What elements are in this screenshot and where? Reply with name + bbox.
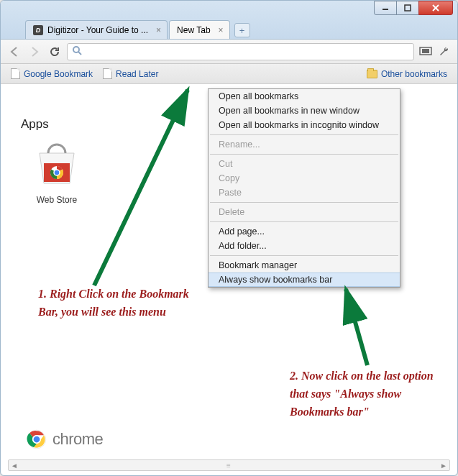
chrome-logo-text: chrome [52,430,103,449]
menu-paste: Paste [209,186,400,200]
close-button[interactable] [418,1,453,15]
bookmarks-bar[interactable]: Google Bookmark Read Later Other bookmar… [1,64,457,84]
browser-window: D Digitizor - Your Guide to ... × New Ta… [0,0,458,476]
tab-new-tab[interactable]: New Tab × [169,20,229,39]
tab-strip: D Digitizor - Your Guide to ... × New Ta… [25,17,250,39]
scroll-left-button[interactable]: ◄ [9,460,20,470]
menu-bookmark-manager[interactable]: Bookmark manager [209,258,400,273]
favicon-icon: D [33,25,43,35]
app-label: Web Store [21,195,93,205]
menu-separator [210,154,398,155]
menu-add-folder[interactable]: Add folder... [209,239,400,253]
svg-point-4 [73,47,79,52]
window-titlebar: D Digitizor - Your Guide to ... × New Ta… [1,1,457,40]
reload-button[interactable] [47,44,63,60]
tab-close-icon[interactable]: × [219,25,224,35]
menu-open-all[interactable]: Open all bookmarks [209,89,400,104]
page-icon [11,68,20,79]
tab-close-icon[interactable]: × [156,25,161,35]
bookmark-label: Other bookmarks [381,69,447,79]
bookmark-label: Google Bookmark [24,69,93,79]
annotation-2: 2. Now click on the last option that say… [290,367,448,421]
forward-button[interactable] [27,44,42,60]
menu-delete: Delete [209,205,400,219]
menu-separator [210,255,398,256]
toolbar [1,40,457,64]
menu-open-all-incognito[interactable]: Open all bookmarks in incognito window [209,118,400,132]
menu-separator [210,134,398,135]
menu-copy: Copy [209,171,400,186]
folder-icon [367,70,377,78]
maximize-button[interactable] [396,1,419,15]
other-bookmarks[interactable]: Other bookmarks [367,69,447,79]
chrome-icon [27,429,47,449]
svg-line-5 [78,52,81,55]
app-web-store[interactable]: Web Store [21,142,93,205]
svg-rect-7 [422,49,429,53]
bookmark-read-later[interactable]: Read Later [103,68,158,79]
menu-separator [210,202,398,203]
web-store-icon [34,142,80,188]
omnibox[interactable] [67,43,414,60]
menu-separator [210,221,398,222]
menu-rename: Rename... [209,137,400,152]
annotation-1: 1. Right Click on the Bookmark Bar, you … [38,285,211,321]
bookmark-google-bookmark[interactable]: Google Bookmark [11,68,93,79]
wrench-icon[interactable] [437,46,452,58]
back-button[interactable] [6,44,22,60]
omnibox-input[interactable] [86,46,409,57]
tab-title: New Tab [177,25,210,35]
horizontal-scrollbar[interactable]: ◄ ≡ ► [8,459,450,471]
menu-always-show-bookmarks-bar[interactable]: Always show bookmarks bar [209,273,400,287]
tab-digitizor[interactable]: D Digitizor - Your Guide to ... × [25,20,168,39]
menu-add-page[interactable]: Add page... [209,224,400,239]
bookmark-label: Read Later [116,69,158,79]
page-icon [103,68,112,79]
scroll-right-button[interactable]: ► [438,460,449,470]
svg-rect-1 [405,5,411,11]
present-icon[interactable] [418,47,433,57]
chrome-logo: chrome [27,429,103,449]
menu-cut: Cut [209,157,400,171]
menu-open-all-new-window[interactable]: Open all bookmarks in new window [209,104,400,118]
new-tab-button[interactable]: + [234,23,250,37]
tab-title: Digitizor - Your Guide to ... [47,25,148,35]
window-controls [375,1,453,15]
search-icon [72,45,82,58]
minimize-button[interactable] [374,1,397,15]
scroll-track[interactable]: ≡ [20,460,438,470]
bookmarks-context-menu: Open all bookmarks Open all bookmarks in… [208,88,400,288]
